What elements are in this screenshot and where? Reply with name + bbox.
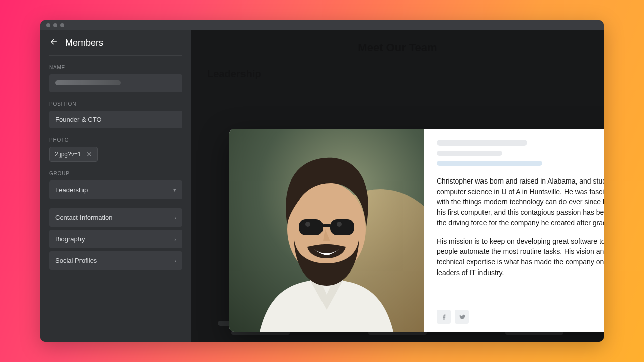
photo-chip[interactable]: 2.jpg?v=1 ✕ — [49, 147, 98, 162]
member-name-skeleton — [437, 140, 527, 146]
member-position-skeleton — [437, 151, 502, 156]
accordion-bio-label: Biography — [55, 235, 85, 243]
name-placeholder-skeleton — [55, 80, 121, 85]
member-detail-content: ✕ Christopher was born and raised in Ala… — [424, 129, 604, 332]
member-detail-modal: ✕ Christopher was born and raised in Ala… — [229, 129, 604, 332]
svg-rect-6 — [322, 224, 331, 227]
bio-paragraph-1: Christopher was born and raised in Alaba… — [437, 176, 604, 228]
sidebar-header: Members — [49, 37, 182, 56]
chevron-right-icon: › — [174, 236, 176, 242]
chevron-right-icon: › — [174, 215, 176, 221]
group-label: GROUP — [49, 171, 182, 176]
traffic-light-minimize[interactable] — [53, 23, 57, 27]
photo-field-block: PHOTO 2.jpg?v=1 ✕ — [49, 137, 182, 162]
accordion-social-label: Social Profiles — [55, 257, 97, 264]
photo-filename: 2.jpg?v=1 — [55, 151, 81, 158]
traffic-light-close[interactable] — [46, 23, 50, 27]
accordion-contact-info[interactable]: Contact Information › — [49, 208, 182, 227]
chevron-down-icon: ▾ — [173, 187, 176, 193]
member-biography: Christopher was born and raised in Alaba… — [437, 176, 604, 278]
app-window: Members NAME POSITION Founder & CTO PHOT… — [40, 20, 604, 342]
name-input[interactable] — [49, 74, 182, 92]
member-photo — [229, 129, 424, 332]
back-arrow-icon[interactable] — [49, 37, 58, 48]
chevron-right-icon: › — [174, 258, 176, 264]
twitter-icon[interactable] — [455, 310, 469, 324]
name-label: NAME — [49, 65, 182, 70]
svg-point-7 — [305, 222, 310, 227]
accordion-contact-label: Contact Information — [55, 214, 112, 221]
social-links-row — [437, 310, 469, 324]
accordion-biography[interactable]: Biography › — [49, 230, 182, 248]
position-input[interactable]: Founder & CTO — [49, 111, 182, 128]
svg-rect-5 — [330, 219, 354, 235]
member-link-skeleton — [437, 161, 542, 166]
svg-rect-4 — [299, 219, 323, 235]
position-field-block: POSITION Founder & CTO — [49, 101, 182, 128]
position-label: POSITION — [49, 101, 182, 107]
name-field-block: NAME — [49, 65, 182, 92]
settings-sidebar: Members NAME POSITION Founder & CTO PHOT… — [40, 30, 191, 342]
bio-paragraph-2: His mission is to keep on developing gre… — [437, 236, 604, 278]
accordion-social-profiles[interactable]: Social Profiles › — [49, 251, 182, 270]
traffic-light-zoom[interactable] — [60, 23, 64, 27]
sidebar-title: Members — [65, 38, 103, 48]
svg-point-8 — [337, 222, 342, 227]
window-titlebar — [40, 20, 604, 30]
group-selected-value: Leadership — [55, 186, 88, 194]
group-select[interactable]: Leadership ▾ — [49, 180, 182, 199]
group-field-block: GROUP Leadership ▾ — [49, 171, 182, 199]
accordion-stack: Contact Information › Biography › Social… — [49, 208, 182, 270]
photo-label: PHOTO — [49, 137, 182, 143]
remove-photo-icon[interactable]: ✕ — [86, 151, 92, 158]
facebook-icon[interactable] — [437, 310, 451, 324]
